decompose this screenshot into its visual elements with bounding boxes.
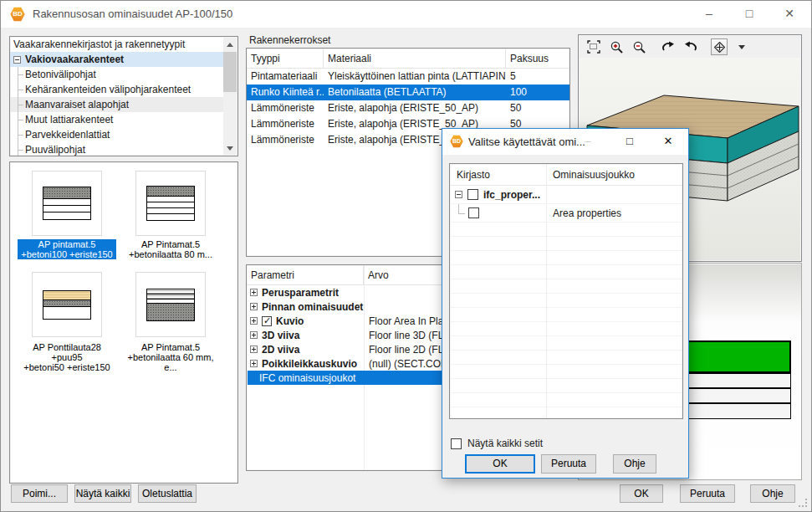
tree-connector-icon bbox=[13, 97, 25, 112]
app-logo-icon: BD bbox=[450, 135, 463, 148]
tree-connector-icon bbox=[457, 204, 468, 223]
pan-tool-button[interactable] bbox=[711, 38, 728, 55]
empty-row bbox=[450, 237, 682, 251]
property-set-row[interactable]: Area properties bbox=[450, 204, 682, 223]
empty-row bbox=[450, 322, 682, 336]
property-library-row[interactable]: ifc_proper... bbox=[450, 186, 682, 204]
empty-row bbox=[450, 351, 682, 365]
layer-row[interactable]: Lämmöneriste Eriste, alapohja (ERISTE_50… bbox=[247, 100, 569, 116]
scroll-down-icon[interactable] bbox=[223, 141, 237, 155]
dialog-maximize-button[interactable]: □ bbox=[618, 129, 641, 155]
thumbnail-ap-ponttilauta28[interactable] bbox=[32, 272, 102, 337]
pick-button[interactable]: Poimi... bbox=[11, 484, 68, 503]
tree-item[interactable]: Parvekkeidenlattiat bbox=[10, 127, 223, 142]
property-sets-dialog: BD Valitse käytettävät omi... – □ ✕ Kirj… bbox=[442, 128, 689, 479]
app-logo-icon: BD bbox=[10, 7, 25, 22]
layer-row[interactable]: Pintamateriaali Yleiskäyttöinen lattian … bbox=[247, 69, 569, 84]
dialog-titlebar: BD Valitse käytettävät omi... – □ ✕ bbox=[442, 129, 688, 155]
tree-connector-icon bbox=[13, 112, 25, 127]
maximize-button[interactable]: □ bbox=[735, 1, 763, 28]
layers-table-header: Tyyppi Materiaali Paksuus bbox=[247, 49, 569, 69]
tree-item[interactable]: Maanvaraiset alapohjat bbox=[10, 97, 223, 112]
scroll-up-icon[interactable] bbox=[223, 38, 237, 51]
thumbnail-ap-pintamat5-betoni100[interactable] bbox=[32, 171, 102, 236]
expand-icon[interactable] bbox=[250, 331, 258, 339]
thumbnail-caption[interactable]: AP Pintamat.5 +betonilaatta 60 mm, e... bbox=[121, 342, 220, 372]
expand-icon[interactable] bbox=[250, 303, 258, 310]
main-window: BD Rakennusosan ominaisuudet AP-100/150 … bbox=[0, 0, 812, 512]
tree-item[interactable]: Kehärankenteiden välipohjarakenteet bbox=[10, 82, 223, 97]
structure-library-tree: Vaakarakennekirjastot ja rakennetyypit V… bbox=[9, 36, 238, 156]
empty-row bbox=[450, 265, 682, 279]
tree-item[interactable]: Muut lattiarakenteet bbox=[10, 112, 223, 127]
thumbnail-ap-pintamat5-betonilaatta80[interactable] bbox=[135, 171, 206, 236]
minimize-button[interactable]: – bbox=[695, 1, 723, 28]
collapse-icon[interactable] bbox=[13, 56, 21, 64]
dialog-title: Valitse käytettävät omi... bbox=[468, 129, 585, 155]
fit-view-icon[interactable] bbox=[586, 39, 601, 54]
tree-connector-icon bbox=[13, 142, 25, 156]
dialog-help-button[interactable]: Ohje bbox=[613, 454, 656, 474]
empty-row bbox=[450, 279, 682, 294]
thumbnail-ap-pintamat5-betonilaatta60[interactable] bbox=[135, 272, 206, 337]
tree-connector-icon bbox=[13, 67, 25, 82]
collapse-icon[interactable] bbox=[455, 191, 462, 198]
rotate-ccw-icon[interactable] bbox=[683, 39, 698, 54]
empty-row bbox=[450, 393, 682, 407]
tree-scrollbar[interactable] bbox=[223, 38, 237, 155]
zoom-out-icon[interactable] bbox=[631, 39, 646, 54]
pan-icon bbox=[714, 42, 725, 53]
zoom-in-icon[interactable] bbox=[609, 39, 624, 54]
tree-item[interactable]: Betonivälipohjat bbox=[10, 67, 223, 82]
property-sets-header: Kirjasto Ominaisuusjoukko bbox=[450, 164, 682, 186]
empty-row bbox=[450, 294, 682, 308]
kuvio-checkbox[interactable] bbox=[262, 316, 272, 326]
titlebar: BD Rakennusosan ominaisuudet AP-100/150 … bbox=[1, 1, 811, 28]
layers-group-label: Rakennekerrokset bbox=[249, 34, 330, 46]
rotate-cw-icon[interactable] bbox=[661, 39, 676, 54]
ok-button[interactable]: OK bbox=[620, 484, 663, 503]
window-title: Rakennusosan ominaisuudet AP-100/150 bbox=[33, 1, 232, 28]
dialog-ok-button[interactable]: OK bbox=[465, 454, 535, 474]
empty-row bbox=[450, 336, 682, 351]
tree-header[interactable]: Vaakarakennekirjastot ja rakennetyypit bbox=[10, 37, 223, 52]
thumbnail-caption[interactable]: AP Ponttilauta28 +puu95 +betoni50 +erist… bbox=[18, 342, 116, 372]
default-floor-button[interactable]: Oletuslattia bbox=[138, 484, 197, 503]
help-button[interactable]: Ohje bbox=[750, 484, 795, 503]
structure-thumbnail-list: AP pintamat.5 +betoni100 +eriste150 AP P… bbox=[9, 161, 238, 484]
library-checkbox[interactable] bbox=[467, 189, 478, 200]
cancel-button[interactable]: Peruuta bbox=[680, 484, 735, 503]
property-set-checkbox[interactable] bbox=[468, 207, 479, 218]
empty-row bbox=[450, 251, 682, 265]
tree-item[interactable]: Puuvälipohjat bbox=[10, 142, 223, 156]
expand-icon[interactable] bbox=[250, 360, 258, 367]
layer-row-selected[interactable]: Runko Kiinteä r... Betonilaatta (BETLAAT… bbox=[247, 84, 569, 100]
thumbnail-caption[interactable]: AP pintamat.5 +betoni100 +eriste150 bbox=[18, 239, 116, 259]
empty-row bbox=[450, 223, 682, 237]
close-button[interactable]: ✕ bbox=[775, 1, 804, 28]
viewport-toolbar bbox=[580, 36, 800, 58]
empty-row bbox=[450, 365, 682, 379]
tree-connector-icon bbox=[13, 82, 25, 97]
tree-root-item[interactable]: Vakiovaakarakenteet bbox=[10, 52, 223, 67]
dialog-minimize-button: – bbox=[576, 129, 600, 155]
dialog-close-button[interactable]: ✕ bbox=[656, 129, 680, 155]
empty-row bbox=[450, 379, 682, 393]
scrollbar-thumb[interactable] bbox=[223, 52, 237, 92]
expand-icon[interactable] bbox=[250, 346, 258, 353]
tree-connector-icon bbox=[13, 127, 25, 142]
toolbar-dropdown-caret[interactable] bbox=[738, 45, 745, 49]
show-all-sets-option[interactable]: Näytä kaikki setit bbox=[451, 438, 543, 449]
expand-icon[interactable] bbox=[250, 289, 258, 296]
property-sets-table: Kirjasto Ominaisuusjoukko ifc_proper... … bbox=[449, 163, 683, 419]
expand-icon[interactable] bbox=[250, 317, 258, 325]
show-all-button[interactable]: Näytä kaikki bbox=[74, 484, 131, 503]
show-all-sets-checkbox[interactable] bbox=[451, 438, 462, 449]
resize-grip[interactable] bbox=[800, 500, 807, 507]
empty-row bbox=[450, 308, 682, 322]
dialog-cancel-button[interactable]: Peruuta bbox=[541, 454, 596, 474]
thumbnail-caption[interactable]: AP Pintamat.5 +betonilaatta 80 m... bbox=[121, 239, 220, 259]
